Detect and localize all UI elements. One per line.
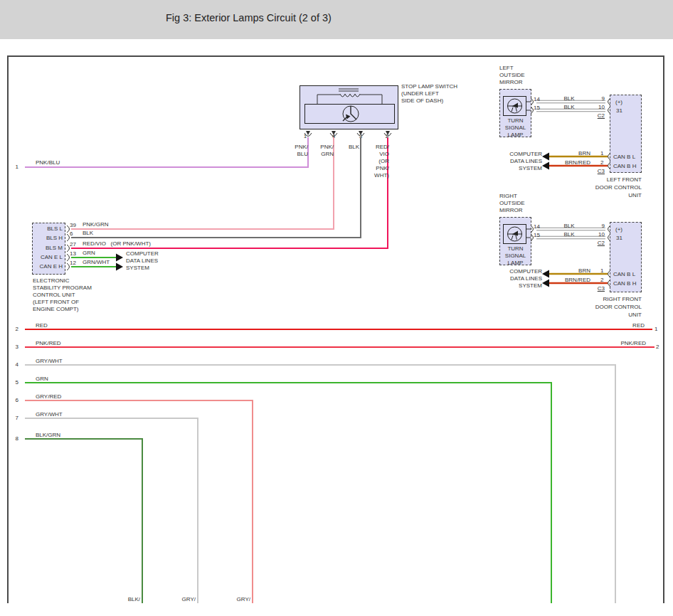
- esp-row-label-can-e-l: CAN E L: [33, 254, 63, 261]
- esp-pin-39: 39: [70, 222, 76, 229]
- wiring-layer: [0, 0, 673, 616]
- bus-wire-5-label: GRN: [36, 376, 48, 383]
- left-unit-c3: C3: [593, 168, 605, 175]
- wire-red-vio: [71, 137, 388, 248]
- right-unit-31: 31: [616, 235, 622, 242]
- right-unit-pin-10: 10: [590, 231, 605, 238]
- left-computer-data-lines-label: COMPUTER DATA LINES SYSTEM: [484, 151, 542, 172]
- right-unit-can-b-l: CAN B L: [613, 271, 635, 278]
- esp-pin-sockets: [67, 225, 70, 270]
- esp-row-label-can-e-h: CAN E H: [33, 263, 63, 270]
- left-brn-label: BRN: [562, 150, 590, 157]
- brn-left-arrowhead: [542, 153, 549, 161]
- bus-wire-3-label: PNK/RED: [36, 340, 61, 347]
- left-unit-pin-sockets: [608, 98, 611, 169]
- right-mirror-pin-sockets: [531, 225, 534, 241]
- right-brn-label: BRN: [562, 267, 590, 275]
- left-unit-31: 31: [616, 107, 622, 115]
- right-unit-pin-9: 9: [592, 223, 605, 230]
- right-unit-plus: (+): [615, 226, 622, 233]
- left-blk-label-top: BLK: [558, 95, 580, 102]
- right-blk-label-top: BLK: [558, 223, 580, 230]
- esp-wire-pnk-grn: PNK/GRN: [83, 221, 108, 228]
- bus-wire-4-num: 4: [10, 361, 18, 368]
- sls-wire-4-label: PNK/ GRN: [307, 144, 334, 158]
- bus-wire-7-label: GRY/WHT: [36, 411, 63, 418]
- left-turn-signal-lamp-label: TURN SIGNAL LAMP: [499, 117, 531, 139]
- bus-wire-5-num: 5: [10, 379, 18, 386]
- esp-row-label-bls-h: BLS H: [33, 235, 63, 242]
- left-unit-plus: (+): [615, 99, 622, 106]
- sls-wire-3-label: BLK: [332, 144, 359, 151]
- bus-wire-6-label: GRY/RED: [36, 393, 61, 400]
- left-unit-pin-10: 10: [590, 104, 605, 111]
- left-unit-pin-1: 1: [600, 150, 603, 157]
- wire-pnk-blu: [25, 137, 308, 167]
- coil-icon: [340, 94, 360, 97]
- coil-leads: [317, 95, 382, 104]
- left-lamp-legs: [512, 107, 517, 112]
- left-mirror-pin-sockets: [531, 98, 534, 114]
- sls-pin-4: 4: [329, 133, 338, 140]
- bus-wire-2-label: RED: [36, 322, 48, 329]
- bus-wire-3-num: 3: [10, 344, 18, 351]
- left-lamp-glyph: [512, 103, 519, 108]
- left-mirror-pin-15: 15: [534, 105, 540, 112]
- esp-unit-caption: ELECTRONIC STABILITY PROGRAM CONTROL UNI…: [33, 277, 92, 313]
- left-lamp-stubs: [526, 102, 531, 110]
- right-lamp-legs: [512, 235, 517, 240]
- right-unit-pin-2: 2: [600, 277, 603, 284]
- left-unit-pin-9: 9: [592, 95, 605, 102]
- left-unit-can-b-l: CAN B L: [613, 154, 635, 161]
- bus-wire-3-right-label: PNK/RED: [609, 340, 646, 347]
- left-door-unit-caption: LEFT FRONT DOOR CONTROL UNIT: [576, 176, 642, 199]
- bus-wire-6-num: 6: [10, 397, 18, 404]
- right-mirror-caption: RIGHT OUTSIDE MIRROR: [499, 193, 525, 214]
- wire-blk-grn-8: [25, 439, 142, 603]
- wire-gry-red-6: [25, 400, 253, 603]
- bus-wire-8-label: BLK/GRN: [36, 432, 60, 439]
- right-unit-pin-1: 1: [600, 267, 603, 275]
- bus-wire-4-label: GRY/WHT: [36, 358, 63, 365]
- brn-red-right-arrowhead: [542, 280, 549, 287]
- right-lamp-stubs: [526, 229, 531, 238]
- right-computer-data-lines-label: COMPUTER DATA LINES SYSTEM: [484, 268, 542, 290]
- bus-wire-1-num: 1: [10, 164, 18, 171]
- right-brn-red-label: BRN/RED: [555, 277, 590, 284]
- esp-row-label-bls-m: BLS M: [33, 245, 63, 252]
- left-blk-label-bottom: BLK: [558, 104, 580, 111]
- esp-wire-grn-wht: GRN/WHT: [83, 259, 110, 266]
- bus-wire-7-num: 7: [10, 415, 18, 422]
- left-mirror-pin-14: 14: [534, 96, 540, 103]
- grn-arrowhead: [116, 254, 123, 262]
- sls-wire-1-label: PNK/ BLU: [281, 144, 308, 158]
- esp-wire-red-vio: RED/VIO (OR PNK/WHT): [83, 240, 151, 248]
- bus-wire-8-num: 8: [10, 435, 18, 442]
- esp-computer-data-lines-label: COMPUTER DATA LINES SYSTEM: [126, 250, 159, 272]
- esp-pin-6: 6: [70, 230, 73, 238]
- esp-pin-27: 27: [70, 241, 76, 248]
- esp-wire-grn: GRN: [83, 250, 95, 257]
- grn-wht-arrowhead: [116, 263, 123, 271]
- esp-pin-13: 13: [70, 250, 76, 257]
- sls-pin-3: 3: [356, 133, 365, 140]
- left-unit-can-b-h: CAN B H: [613, 163, 636, 170]
- right-lamp-glyph: [512, 231, 519, 236]
- sls-pin-1: 1: [301, 133, 309, 140]
- esp-row-label-bls-l: BLS L: [33, 225, 63, 233]
- switch-symbol-arrowhead: [346, 115, 351, 120]
- right-blk-label-bottom: BLK: [558, 231, 580, 238]
- wire-grn-5: [25, 383, 551, 603]
- bus-wire-3-right-num: 2: [656, 344, 659, 351]
- right-unit-c3: C3: [593, 285, 605, 292]
- wiring-diagram-page: Fig 3: Exterior Lamps Circuit (2 of 3): [0, 0, 673, 616]
- left-unit-pin-2: 2: [600, 159, 603, 166]
- bottom-label-blk: BLK/: [119, 596, 140, 603]
- coil-core-icon: [339, 89, 359, 91]
- right-unit-can-b-h: CAN B H: [613, 280, 636, 287]
- right-mirror-pin-15: 15: [534, 232, 540, 239]
- right-turn-signal-lamp-label: TURN SIGNAL LAMP: [499, 245, 531, 267]
- bus-wire-1-label: PNK/BLU: [36, 159, 60, 166]
- sls-pin-2: 2: [383, 133, 391, 140]
- esp-wire-blk: BLK: [83, 230, 93, 237]
